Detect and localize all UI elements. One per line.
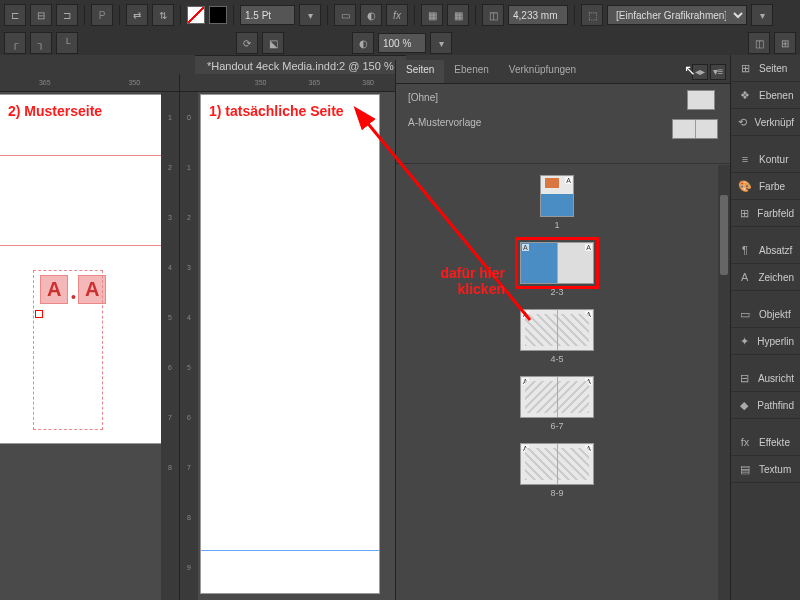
tool-extra2-icon[interactable]: ⊞ (774, 32, 796, 54)
page-thumb-2-3[interactable]: AA (520, 242, 594, 284)
annotation-master: 2) Musterseite (8, 103, 102, 119)
panel-farbfeld[interactable]: ⊞Farbfeld (731, 200, 800, 227)
pages-list: A 1 AA 2-3 AA 4-5 AA 6-7 AA 8-9 (396, 165, 718, 600)
pages-scrollbar[interactable] (718, 165, 730, 600)
tab-seiten[interactable]: Seiten (396, 60, 444, 83)
master-pages-section: [Ohne] A-Mustervorlage (396, 84, 730, 164)
corner-icon[interactable]: ⬚ (581, 4, 603, 26)
mouse-cursor-icon: ↖ (684, 62, 696, 78)
panel-zeichen[interactable]: AZeichen (731, 264, 800, 291)
panel-menu-icon[interactable]: ▾≡ (710, 64, 726, 80)
panel-icon: ▤ (737, 462, 753, 476)
fx-label-icon[interactable]: fx (386, 4, 408, 26)
text-frame-icon[interactable]: P (91, 4, 113, 26)
zoom-dropdown-icon[interactable]: ▾ (430, 32, 452, 54)
panel-label: Effekte (759, 437, 790, 448)
flip-h-icon[interactable]: ⇄ (126, 4, 148, 26)
panel-icon: ≡ (737, 152, 753, 166)
panel-icon: ❖ (737, 88, 753, 102)
page-num-6-7: 6-7 (550, 421, 563, 431)
stroke-swatch[interactable] (209, 6, 227, 24)
master-none[interactable]: [Ohne] (408, 92, 718, 103)
frame-type-select[interactable]: [Einfacher Grafikrahmen] (607, 5, 747, 25)
panel-seiten[interactable]: ⊞Seiten (731, 55, 800, 82)
panel-label: Pathfind (757, 400, 794, 411)
master-page[interactable]: 2) Musterseite A • A (0, 94, 175, 444)
panel-absatzf[interactable]: ¶Absatzf (731, 237, 800, 264)
page-thumb-1[interactable]: A (540, 175, 574, 217)
fx-shadow-icon[interactable]: ◐ (360, 4, 382, 26)
tool-extra1-icon[interactable]: ◫ (748, 32, 770, 54)
tab-ebenen[interactable]: Ebenen (444, 60, 498, 83)
annotation-click-here: dafür hier klicken (395, 265, 505, 297)
page-thumb-4-5[interactable]: AA (520, 309, 594, 351)
ruler-vertical-left: 12345678 (161, 92, 179, 600)
master-a-thumb[interactable] (672, 119, 718, 139)
panel-label: Seiten (759, 63, 787, 74)
ruler-vertical-right: 0123456789 (180, 92, 198, 600)
align-right-icon[interactable]: ⊐ (56, 4, 78, 26)
page-thumb-6-7[interactable]: AA (520, 376, 594, 418)
flip-v-icon[interactable]: ⇅ (152, 4, 174, 26)
opacity-icon[interactable]: ◐ (352, 32, 374, 54)
panel-label: Verknüpf (755, 117, 794, 128)
panel-hyperlin[interactable]: ✦Hyperlin (731, 328, 800, 355)
corner-tr-icon[interactable]: ┐ (30, 32, 52, 54)
fx-rect-icon[interactable]: ▭ (334, 4, 356, 26)
panel-verknüpf[interactable]: ⟲Verknüpf (731, 109, 800, 136)
align-left-icon[interactable]: ⊏ (4, 4, 26, 26)
panel-icon: A (737, 270, 752, 284)
align-center-icon[interactable]: ⊟ (30, 4, 52, 26)
master-none-thumb[interactable] (687, 90, 715, 110)
page-thumb-6-7-wrap: AA 6-7 (396, 376, 718, 431)
canvas-master-view: 365350 2) Musterseite A • A 12345678 (0, 74, 180, 600)
canvas-actual-view: 350365380 0123456789 1) tatsächliche Sei… (180, 74, 395, 600)
crop-icon[interactable]: ◫ (482, 4, 504, 26)
panel-label: Textum (759, 464, 791, 475)
tab-verknuepfungen[interactable]: Verknüpfungen (499, 60, 586, 83)
panel-effekte[interactable]: fxEffekte (731, 429, 800, 456)
stroke-weight-input[interactable] (240, 5, 295, 25)
corner-tl-icon[interactable]: ┌ (4, 32, 26, 54)
panel-farbe[interactable]: 🎨Farbe (731, 173, 800, 200)
page-num-1: 1 (554, 220, 559, 230)
page-num-4-5: 4-5 (550, 354, 563, 364)
panel-kontur[interactable]: ≡Kontur (731, 146, 800, 173)
measure-input[interactable] (508, 5, 568, 25)
panel-objektf[interactable]: ▭Objektf (731, 301, 800, 328)
actual-page[interactable]: 1) tatsächliche Seite (200, 94, 380, 594)
control-toolbar: ⊏ ⊟ ⊐ P ⇄ ⇅ ▾ ▭ ◐ fx ▦ ▦ ◫ ⬚ [Einfacher … (0, 0, 800, 55)
right-panel-strip: ⊞Seiten❖Ebenen⟲Verknüpf≡Kontur🎨Farbe⊞Far… (730, 55, 800, 600)
panel-label: Farbfeld (757, 208, 794, 219)
panel-icon: fx (737, 435, 753, 449)
panel-icon: ⊞ (737, 61, 753, 75)
ruler-horizontal-right: 350365380 (180, 74, 395, 92)
panel-textum[interactable]: ▤Textum (731, 456, 800, 483)
page-thumb-8-9-wrap: AA 8-9 (396, 443, 718, 498)
panel-label: Hyperlin (757, 336, 794, 347)
page-thumb-8-9[interactable]: AA (520, 443, 594, 485)
dropdown2-icon[interactable]: ▾ (751, 4, 773, 26)
panel-label: Ausricht (758, 373, 794, 384)
panel-pathfind[interactable]: ◆Pathfind (731, 392, 800, 419)
zoom-input[interactable] (378, 33, 426, 53)
panel-ausricht[interactable]: ⊟Ausricht (731, 365, 800, 392)
document-tab[interactable]: *Handout 4eck Media.indd:2 @ 150 % (195, 55, 406, 76)
shear-icon[interactable]: ⬕ (262, 32, 284, 54)
rotate-icon[interactable]: ⟳ (236, 32, 258, 54)
panel-label: Absatzf (759, 245, 792, 256)
dropdown-icon[interactable]: ▾ (299, 4, 321, 26)
panel-label: Kontur (759, 154, 788, 165)
page-thumb-1-wrap: A 1 (396, 175, 718, 230)
panel-label: Farbe (759, 181, 785, 192)
panel-ebenen[interactable]: ❖Ebenen (731, 82, 800, 109)
fill-swatch[interactable] (187, 6, 205, 24)
page-thumb-4-5-wrap: AA 4-5 (396, 309, 718, 364)
page-num-8-9: 8-9 (550, 488, 563, 498)
wrap-none-icon[interactable]: ▦ (421, 4, 443, 26)
panel-icon: ⊟ (737, 371, 752, 385)
panel-icon: ◆ (737, 398, 751, 412)
corner-bl-icon[interactable]: └ (56, 32, 78, 54)
wrap-bound-icon[interactable]: ▦ (447, 4, 469, 26)
panel-icon: ⟲ (737, 115, 749, 129)
